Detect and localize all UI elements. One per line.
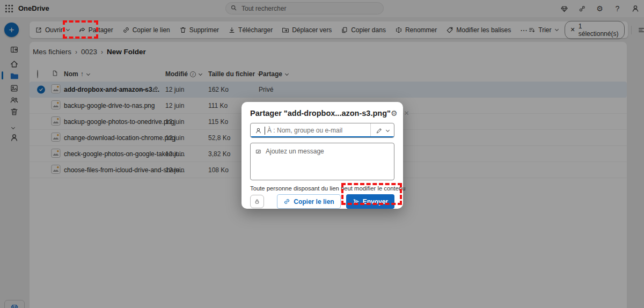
- permission-dropdown[interactable]: [370, 123, 394, 137]
- recipient-placeholder: À : Nom, groupe ou e-mail: [267, 127, 370, 134]
- link-settings-lock-button[interactable]: [250, 195, 264, 208]
- send-button[interactable]: Envoyer: [346, 194, 394, 209]
- share-settings-gear-icon[interactable]: ⚙: [391, 109, 398, 117]
- close-icon[interactable]: ✕: [404, 110, 409, 116]
- send-icon: [353, 198, 360, 205]
- share-dialog: Partager "add-dropbox...azon-s3.png" ⚙ ✕…: [241, 102, 403, 209]
- link-icon: [283, 198, 290, 205]
- add-person-icon: [255, 127, 262, 134]
- text-caret: [265, 127, 265, 135]
- copy-link-button[interactable]: Copier le lien: [277, 194, 340, 209]
- chevron-down-icon: [386, 128, 390, 131]
- message-pen-icon: [255, 148, 262, 175]
- share-dialog-title: Partager "add-dropbox...azon-s3.png": [250, 109, 391, 118]
- onedrive-app: OneDrive ⚙ ?: [0, 0, 644, 308]
- link-permission-note: Toute personne disposant du lien peut mo…: [250, 185, 394, 192]
- message-placeholder: Ajoutez un message: [266, 148, 324, 175]
- recipient-input[interactable]: À : Nom, groupe ou e-mail: [250, 123, 394, 138]
- message-input[interactable]: Ajoutez un message: [250, 143, 394, 180]
